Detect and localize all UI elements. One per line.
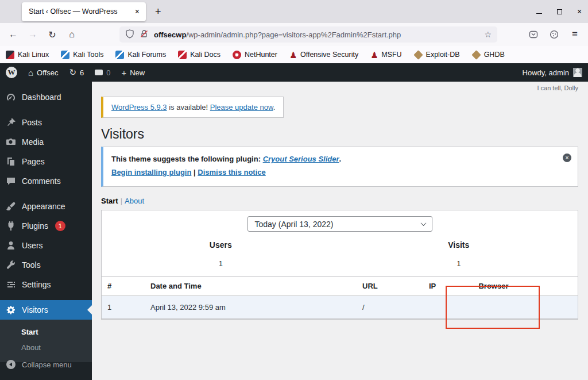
tab-close-icon[interactable]: × xyxy=(133,7,142,16)
site-name-menu[interactable]: ⌂Offsec xyxy=(28,68,58,78)
collapse-menu-button[interactable]: Collapse menu xyxy=(0,355,92,374)
new-label: New xyxy=(130,68,145,77)
table-header-row: # Date and Time URL IP Browser xyxy=(102,277,578,296)
submenu-item-about[interactable]: About xyxy=(0,340,92,355)
shield-icon[interactable] xyxy=(125,29,134,40)
new-content-menu[interactable]: +New xyxy=(121,68,145,78)
sidebar-item-tools[interactable]: Tools xyxy=(0,255,92,275)
wp-logo-menu[interactable]: W xyxy=(6,67,17,78)
bookmarks-bar: Kali Linux Kali Tools Kali Forums Kali D… xyxy=(0,46,588,63)
plugin-link[interactable]: Cryout Serious Slider xyxy=(263,155,339,163)
browser-tab[interactable]: Start ‹ Offsec — WordPress × xyxy=(22,2,146,21)
url-host: offsecwp xyxy=(154,30,186,39)
url-text[interactable]: offsecwp/wp-admin/admin.php?page=visitor… xyxy=(154,30,479,39)
visitors-panel: Today (April 13, 2022) Users 1 Visits 1 xyxy=(101,210,578,320)
view-about-link[interactable]: About xyxy=(125,197,144,205)
chevron-down-icon xyxy=(420,220,426,226)
theme-notice-suffix: . xyxy=(339,155,342,163)
wordpress-version-link[interactable]: WordPress 5.9.3 xyxy=(111,103,167,112)
sidebar-item-appearance[interactable]: Appearance xyxy=(0,197,92,216)
cell-browser xyxy=(446,296,541,319)
cell-filler xyxy=(541,296,578,319)
bookmark-exploit-db[interactable]: Exploit-DB xyxy=(414,51,460,59)
bookmark-msfu[interactable]: ♟MSFU xyxy=(370,51,401,59)
updates-menu[interactable]: ↻6 xyxy=(69,67,84,78)
col-header-datetime: Date and Time xyxy=(145,277,357,296)
view-start[interactable]: Start xyxy=(101,197,118,205)
dismiss-notice-link[interactable]: Dismiss this notice xyxy=(198,168,265,176)
wordpress-logo-icon: W xyxy=(6,67,17,78)
close-window-button[interactable]: × xyxy=(575,7,583,16)
reload-icon[interactable]: ↻ xyxy=(44,26,61,43)
kali-forums-favicon xyxy=(115,51,124,59)
sidebar-item-label: Posts xyxy=(22,118,42,127)
stat-visits: Visits 1 xyxy=(340,232,578,276)
cell-ip xyxy=(423,296,446,319)
insecure-lock-icon[interactable] xyxy=(140,29,149,40)
forward-icon[interactable]: → xyxy=(24,26,41,43)
new-tab-button[interactable]: + xyxy=(155,6,161,18)
col-header-filler xyxy=(541,277,578,296)
sidebar-item-pages[interactable]: Pages xyxy=(0,152,92,171)
bookmark-kali-forums[interactable]: Kali Forums xyxy=(115,51,166,59)
theme-plugin-notice: This theme suggests the following plugin… xyxy=(101,147,578,187)
hamburger-menu-icon[interactable]: ≡ xyxy=(566,26,583,43)
cell-datetime: April 13, 2022 9:59 am xyxy=(145,296,357,319)
sidebar-item-visitors[interactable]: Visitors xyxy=(0,300,92,320)
updates-icon: ↻ xyxy=(69,67,76,78)
tab-title: Start ‹ Offsec — WordPress xyxy=(29,7,133,16)
users-label: Users xyxy=(102,240,340,250)
my-account-menu[interactable]: Howdy, admin xyxy=(523,68,582,77)
bookmark-kali-linux[interactable]: Kali Linux xyxy=(6,51,49,59)
period-select[interactable]: Today (April 13, 2022) xyxy=(247,216,432,232)
sidebar-item-settings[interactable]: Settings xyxy=(0,275,92,294)
sidebar-item-label: Visitors xyxy=(22,305,48,314)
pushpin-icon xyxy=(5,117,17,128)
visits-value: 1 xyxy=(340,259,578,268)
wp-admin-bar: W ⌂Offsec ↻6 0 +New Howdy, admin xyxy=(0,63,588,82)
bookmark-ghdb[interactable]: GHDB xyxy=(472,51,505,59)
col-header-num: # xyxy=(102,277,145,296)
sidebar-item-plugins[interactable]: Plugins 1 xyxy=(0,216,92,236)
browser-titlebar: Start ‹ Offsec — WordPress × + × xyxy=(0,0,588,23)
plus-icon: + xyxy=(121,68,126,78)
update-notice-text: is available! xyxy=(167,103,210,112)
sidebar-item-media[interactable]: Media xyxy=(0,132,92,152)
sidebar-item-posts[interactable]: Posts xyxy=(0,113,92,132)
pocket-icon[interactable] xyxy=(525,26,542,43)
sidebar-item-label: Appearance xyxy=(22,202,65,211)
bookmark-kali-tools[interactable]: Kali Tools xyxy=(61,51,103,59)
sidebar-item-label: Comments xyxy=(22,176,61,186)
sidebar-item-dashboard[interactable]: Dashboard xyxy=(0,87,92,107)
notice-divider: | xyxy=(194,168,196,176)
ghdb-favicon xyxy=(471,50,481,60)
bookmark-nethunter[interactable]: NetHunter xyxy=(233,51,277,59)
begin-installing-link[interactable]: Begin installing plugin xyxy=(111,168,191,176)
bookmark-offensive-security[interactable]: ♟Offensive Security xyxy=(289,51,358,59)
plugins-update-badge: 1 xyxy=(55,221,65,231)
theme-notice-line1: This theme suggests the following plugin… xyxy=(111,155,554,163)
update-now-link[interactable]: Please update now xyxy=(210,103,273,112)
visitors-table: # Date and Time URL IP Browser 1 April 1… xyxy=(102,276,578,319)
url-bar[interactable]: offsecwp/wp-admin/admin.php?page=visitor… xyxy=(119,26,497,43)
minimize-button[interactable] xyxy=(535,7,543,16)
browser-navbar: ← → ↻ ⌂ offsecwp/wp-admin/admin.php?page… xyxy=(0,23,588,46)
url-path: /wp-admin/admin.php?page=visitors-app%2F… xyxy=(186,30,401,39)
comments-menu[interactable]: 0 xyxy=(95,68,110,77)
home-icon[interactable]: ⌂ xyxy=(63,26,80,43)
msfu-favicon: ♟ xyxy=(370,51,378,59)
dismiss-icon[interactable]: × xyxy=(563,153,571,162)
nethunter-favicon xyxy=(233,51,241,59)
bookmark-star-icon[interactable]: ☆ xyxy=(484,30,492,39)
visits-label: Visits xyxy=(340,240,578,250)
cookie-icon[interactable] xyxy=(546,26,563,43)
sidebar-item-users[interactable]: Users xyxy=(0,236,92,255)
bookmark-label: Kali Docs xyxy=(190,51,220,59)
submenu-item-start[interactable]: Start xyxy=(0,324,92,340)
sidebar-item-comments[interactable]: Comments xyxy=(0,171,92,191)
back-icon[interactable]: ← xyxy=(5,26,22,43)
stats-row: Users 1 Visits 1 xyxy=(102,232,578,276)
dashboard-icon xyxy=(5,91,17,103)
maximize-button[interactable] xyxy=(555,7,563,16)
bookmark-kali-docs[interactable]: Kali Docs xyxy=(178,51,220,59)
